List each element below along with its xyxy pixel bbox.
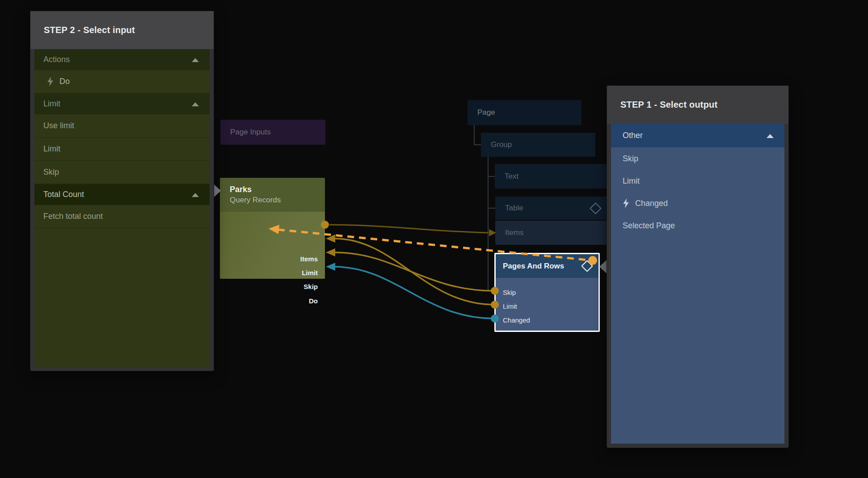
group-header-total-count[interactable]: Total Count [34, 184, 210, 205]
port-label-skip: Skip [503, 289, 516, 296]
tree-node-group[interactable]: Group [481, 133, 595, 157]
option-skip[interactable]: Skip [34, 161, 210, 184]
pages-and-rows-header: Pages And Rows [496, 254, 598, 278]
port-label-limit: Limit [503, 302, 517, 310]
page-inputs-node[interactable]: Page Inputs [220, 120, 325, 145]
tree-node-label: Text [505, 172, 518, 181]
wire-limit [334, 239, 494, 305]
option-do[interactable]: Do [34, 70, 210, 93]
wire-skip-arrowhead [326, 248, 335, 256]
wire-items [329, 225, 488, 233]
option-skip[interactable]: Skip [611, 147, 784, 170]
wire-skip [334, 252, 494, 291]
chevron-up-icon[interactable] [767, 134, 774, 138]
parks-node-body: Items Limit Skip Do [220, 212, 325, 279]
tree-node-label: Items [505, 228, 524, 237]
diamond-icon [590, 202, 602, 214]
diamond-icon [581, 260, 593, 272]
pages-and-rows-node[interactable]: Pages And Rows Skip Limit Changed [494, 253, 600, 332]
chevron-up-icon[interactable] [192, 193, 199, 197]
tree-node-label: Page [477, 108, 495, 117]
option-limit[interactable]: Limit [611, 170, 784, 192]
step1-option-list: Other Skip Limit Changed Selected Page [611, 124, 784, 444]
chevron-up-icon[interactable] [192, 102, 199, 106]
step2-panel-title: STEP 2 - Select input [30, 11, 214, 49]
chevron-up-icon[interactable] [192, 58, 199, 62]
lightning-icon [623, 198, 629, 208]
option-limit[interactable]: Limit [34, 138, 210, 161]
option-fetch-total-count[interactable]: Fetch total count [34, 205, 210, 228]
step1-popover-tail [599, 260, 607, 274]
tree-node-text[interactable]: Text [495, 164, 609, 189]
step2-option-list: Actions Do Limit Use limit Limit Skip To… [34, 49, 210, 367]
step2-popover-tail [213, 184, 221, 198]
port-label-skip: Skip [303, 283, 318, 290]
pages-and-rows-title: Pages And Rows [503, 262, 583, 271]
group-header-actions[interactable]: Actions [34, 49, 210, 70]
port-label-changed: Changed [503, 316, 530, 324]
parks-query-node[interactable]: Parks Query Records Items Limit Skip Do [220, 178, 325, 279]
tree-node-label: Table [505, 204, 523, 213]
parks-node-title: Parks [230, 184, 325, 195]
step1-panel-title: STEP 1 - Select output [607, 86, 788, 124]
group-header-limit[interactable]: Limit [34, 93, 210, 114]
group-header-other[interactable]: Other [611, 124, 784, 147]
wire-changed [334, 267, 494, 319]
option-selected-page[interactable]: Selected Page [611, 214, 784, 237]
option-use-limit[interactable]: Use limit [34, 114, 210, 138]
parks-node-subtitle: Query Records [230, 195, 325, 205]
step2-select-input-panel: STEP 2 - Select input Actions Do Limit U… [30, 11, 214, 371]
parks-node-header: Parks Query Records [220, 178, 325, 212]
wire-limit-arrowhead [326, 235, 335, 243]
tree-node-table[interactable]: Table [495, 197, 610, 220]
port-label-limit: Limit [302, 269, 318, 277]
lightning-icon [47, 77, 54, 87]
port-label-do: Do [309, 297, 318, 305]
option-changed[interactable]: Changed [611, 192, 784, 214]
page-inputs-label: Page Inputs [230, 128, 271, 137]
tree-node-label: Group [491, 140, 512, 149]
tree-node-items[interactable]: Items [495, 221, 610, 245]
port-label-items: Items [300, 255, 318, 263]
wire-changed-arrowhead [326, 263, 335, 271]
tree-node-page[interactable]: Page [468, 100, 581, 125]
step1-select-output-panel: STEP 1 - Select output Other Skip Limit … [607, 86, 788, 448]
